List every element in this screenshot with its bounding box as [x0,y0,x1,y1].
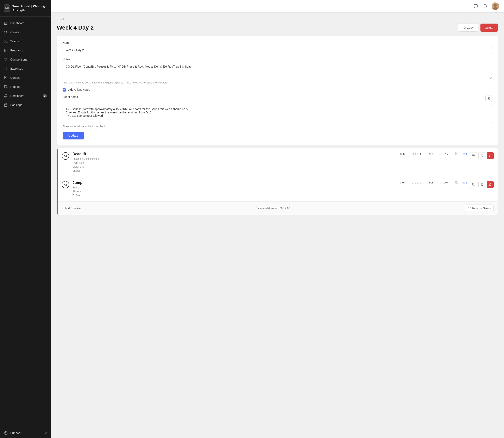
sidebar-item-content[interactable]: Content [0,73,51,82]
delete-btn-a2[interactable] [487,181,494,188]
svg-rect-3 [6,8,8,9]
notes-hint: Add notes including goals, structure and… [63,81,492,84]
tempo-a1: 3-1-1-4 [412,153,422,155]
exercise-name-a1: Deadlift [73,152,394,156]
add-client-notes-checkbox[interactable] [63,88,66,91]
add-client-notes-row: Add Client Notes [63,88,492,91]
reports-icon [4,85,8,89]
exercise-notes-icon-a1[interactable] [455,152,458,156]
exercise-stats-a1: 3×6 3-1-1-4 90s 0% edit [397,152,467,156]
exercise-details-a2: Seated Bilateral To Box [73,186,394,198]
svg-rect-15 [464,27,465,29]
copy-label: Copy [467,26,474,29]
sidebar: Tom Hibbert | Winning Strength Dashboard… [0,0,51,438]
topbar [51,0,504,13]
sidebar-item-label: Programs [10,49,23,52]
edit-link-a2[interactable]: edit [462,181,467,184]
plus-icon: + [62,206,64,210]
header-actions: Copy Delete [458,23,498,32]
svg-point-4 [5,31,6,32]
add-exercise-button[interactable]: + Add Exercise [62,206,81,210]
sidebar-item-dashboard[interactable]: Dashboard [0,19,51,28]
sidebar-item-label: Clients [10,31,19,34]
back-link[interactable]: ‹ Back [57,18,498,21]
notifications-icon[interactable] [482,3,488,9]
exercise-info-a1: Deadlift Pause on Concentric | 2x From F… [73,152,394,173]
sidebar-item-label: Teams [10,40,19,43]
sidebar-footer: Support ↗ [0,428,51,438]
series-footer-a: + Add Exercise Estimated duration 00:12:… [58,201,498,215]
svg-point-11 [4,432,7,435]
add-client-notes-label[interactable]: Add Client Notes [68,88,90,91]
chat-icon[interactable] [472,3,479,9]
tempo-a2: X-0-X-0 [412,181,422,184]
svg-point-6 [5,40,6,41]
chevron-left-icon: ‹ [57,18,58,21]
edit-link-a1[interactable]: edit [462,153,467,155]
exercise-name-a2: Jump [73,181,394,185]
support-link[interactable]: Support ↗ [4,431,47,435]
page-content-area: ‹ Back Week 4 Day 2 Copy Delete [51,13,504,438]
sidebar-nav: Dashboard Clients Teams Programs [0,17,51,428]
exercise-notes-icon-a2[interactable] [455,181,458,185]
rest-a2: 90s [426,181,437,184]
details-card: Name Notes CG DL Floor (Conc/Ecc Pause) … [57,36,498,145]
main-content: ‹ Back Week 4 Day 2 Copy Delete [51,0,504,438]
sidebar-item-programs[interactable]: Programs [0,46,51,55]
svg-rect-8 [5,76,7,79]
exercise-details-a1: Pause on Concentric | 2x From Floor Clea… [73,157,394,173]
client-notes-group: Client notes A&B series: Start with appr… [63,95,492,128]
remove-series-button[interactable]: Remove Series [465,205,494,212]
name-input[interactable] [63,46,492,54]
page-title: Week 4 Day 2 [57,24,94,31]
client-notes-header: Client notes [63,95,492,102]
sidebar-item-reports[interactable]: Reports [0,82,51,91]
svg-rect-20 [456,181,458,184]
client-notes-icon-btn[interactable] [485,95,492,102]
teams-icon [4,39,8,44]
sidebar-item-reminders[interactable]: Reminders 2 [0,91,51,100]
delete-btn-a1[interactable] [487,152,494,159]
svg-point-14 [494,4,497,7]
sidebar-item-teams[interactable]: Teams [0,37,51,46]
user-avatar[interactable] [492,2,499,10]
update-button[interactable]: Update [63,131,84,140]
sidebar-item-bookings[interactable]: Bookings [0,100,51,110]
series-card-a: A1 Deadlift Pause on Concentric | 2x Fro… [57,148,498,215]
content-icon [4,76,8,80]
delete-label: Delete [485,26,493,29]
exercise-actions-a1 [470,152,494,159]
sidebar-item-clients[interactable]: Clients [0,28,51,37]
svg-point-5 [6,31,7,33]
svg-rect-16 [488,98,490,100]
series-badge-a2: A2 [62,181,69,188]
sidebar-item-label: Competitions [10,58,27,61]
delete-button[interactable]: Delete [481,23,498,32]
sets-reps-a2: 3×6 [397,181,407,184]
exercise-row-a1: A1 Deadlift Pause on Concentric | 2x Fro… [58,148,498,177]
copy-button[interactable]: Copy [458,23,478,32]
move-btn-a2[interactable] [478,181,485,188]
duplicate-btn-a1[interactable] [470,152,477,159]
move-btn-a1[interactable] [478,152,485,159]
copy-icon [463,26,466,29]
svg-rect-10 [4,104,7,107]
exercises-icon [4,66,8,71]
client-notes-textarea[interactable]: A&B series: Start with approximately a 1… [63,105,492,123]
notes-textarea[interactable]: CG DL Floor (Conc/Ecc Pause) & Plyo, 40°… [63,63,492,79]
exercise-actions-a2 [470,181,494,188]
sidebar-header: Tom Hibbert | Winning Strength [0,0,51,17]
duration-value: 00:12:00 [280,207,290,210]
app-title: Tom Hibbert | Winning Strength [12,4,47,12]
page-header: Week 4 Day 2 Copy Delete [57,23,498,32]
sidebar-item-exercises[interactable]: Exercises [0,64,51,73]
duration-label: Estimated duration [256,207,278,210]
sidebar-item-label: Bookings [10,103,22,107]
duplicate-btn-a2[interactable] [470,181,477,188]
sidebar-item-label: Content [10,76,21,79]
svg-rect-18 [473,155,475,157]
programs-icon [4,48,8,53]
sets-reps-a1: 3×6 [397,153,407,155]
sidebar-item-competitions[interactable]: Competitions [0,55,51,64]
remove-series-label: Remove Series [472,207,491,210]
